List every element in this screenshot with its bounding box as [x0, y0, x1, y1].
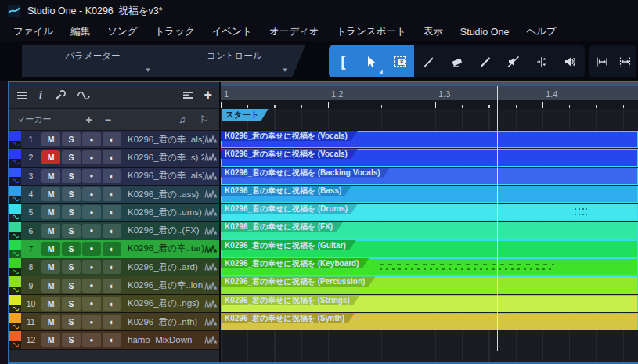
track-row[interactable]: 12 M S ● ◐ hamo_MixDown: [9, 331, 219, 348]
solo-button[interactable]: S: [62, 224, 81, 238]
parameter-dropdown[interactable]: パラメーター ▼: [22, 45, 164, 77]
track-color-swatch[interactable]: [9, 222, 21, 239]
loop-bar[interactable]: [221, 82, 638, 86]
playhead[interactable]: [497, 86, 498, 351]
solo-button[interactable]: S: [62, 205, 81, 219]
mute-button[interactable]: M: [41, 279, 60, 293]
automation-icon[interactable]: [9, 159, 21, 166]
timestretch-tool-icon[interactable]: [613, 45, 636, 77]
solo-button[interactable]: S: [62, 242, 81, 256]
monitor-button[interactable]: ◐: [103, 150, 121, 164]
track-name[interactable]: K0296_君の幸..ion): [128, 279, 204, 291]
monitor-button[interactable]: ◐: [103, 333, 121, 347]
track-color-swatch[interactable]: [9, 331, 21, 348]
track-color-swatch[interactable]: [9, 186, 21, 203]
record-arm-button[interactable]: ●: [82, 205, 101, 219]
clip-row[interactable]: K0296_君の幸せに祝福を (Synth): [221, 313, 638, 330]
track-row[interactable]: 4 M S ● ◐ K0296_君の..ass): [9, 186, 219, 203]
monitor-button[interactable]: ◐: [103, 187, 121, 201]
clip[interactable]: K0296_君の幸せに祝福を (Guitar): [221, 240, 638, 258]
mute-button[interactable]: M: [41, 297, 60, 311]
track-color-swatch[interactable]: [9, 149, 21, 166]
track-color-swatch[interactable]: [9, 240, 21, 258]
music-note-icon[interactable]: ♫: [178, 114, 186, 125]
clip-row[interactable]: K0296_君の幸せに祝福を (Keyboard): [221, 258, 638, 276]
solo-button[interactable]: S: [62, 260, 81, 274]
menu-item[interactable]: イベント: [204, 22, 261, 41]
menu-item[interactable]: トランスポート: [328, 22, 415, 41]
monitor-button[interactable]: ◐: [103, 297, 121, 311]
automation-icon[interactable]: [9, 232, 21, 239]
arrangement-empty-area[interactable]: [221, 349, 638, 362]
track-row[interactable]: 11 M S ● ◐ K0296_君の..nth): [9, 313, 219, 330]
record-arm-button[interactable]: ●: [82, 187, 101, 201]
clip[interactable]: K0296_君の幸せに祝福を (Strings): [221, 295, 638, 312]
clip-row[interactable]: K0296_君の幸せに祝福を (Drums): [221, 204, 638, 221]
track-name[interactable]: K0296_君の幸..tar): [128, 243, 204, 254]
track-row[interactable]: 2 M S ● ◐ K0296_君の幸..s) 2: [9, 149, 219, 166]
arrow-tool-icon[interactable]: [357, 45, 385, 77]
monitor-button[interactable]: ◐: [103, 224, 121, 238]
track-list-empty-area[interactable]: [9, 350, 219, 362]
mute-button[interactable]: M: [41, 205, 60, 219]
mute-button[interactable]: M: [41, 224, 60, 238]
clip[interactable]: K0296_君の幸せに祝福を (Vocals): [221, 149, 638, 166]
clip[interactable]: K0296_君の幸せに祝福を (Vocals): [221, 131, 638, 148]
record-arm-button[interactable]: ●: [82, 279, 101, 293]
monitor-button[interactable]: ◐: [103, 315, 121, 329]
remove-marker-button[interactable]: −: [105, 114, 111, 126]
clip-row[interactable]: K0296_君の幸せに祝福を (Strings): [221, 295, 638, 312]
track-color-swatch[interactable]: [9, 295, 21, 312]
timeline-ruler[interactable]: 11.21.31.4: [221, 82, 638, 109]
menu-item[interactable]: 編集: [62, 22, 99, 41]
monitor-button[interactable]: ◐: [103, 132, 121, 146]
chevron-down-icon[interactable]: ▼: [145, 67, 151, 74]
range-tool-icon[interactable]: ✕: [386, 45, 414, 77]
track-name[interactable]: K0296_君の..ngs): [128, 297, 204, 309]
clip-row[interactable]: K0296_君の幸せに祝福を (Percussion): [221, 276, 638, 294]
record-arm-button[interactable]: ●: [82, 333, 101, 347]
track-name[interactable]: K0296_君の..ard): [128, 261, 204, 273]
mute-button[interactable]: M: [41, 242, 60, 256]
track-name[interactable]: hamo_MixDown: [128, 335, 204, 344]
add-marker-button[interactable]: +: [86, 114, 92, 126]
inspector-icon[interactable]: i: [39, 89, 42, 102]
mute-button[interactable]: M: [41, 132, 60, 146]
clip[interactable]: K0296_君の幸せに祝福を (Percussion): [221, 276, 638, 294]
paint-tool-icon[interactable]: [470, 45, 499, 77]
automation-icon[interactable]: [9, 323, 21, 330]
automation-icon[interactable]: [9, 196, 21, 203]
control-dropdown[interactable]: コントロール ▼: [164, 45, 305, 77]
mute-button[interactable]: M: [41, 260, 60, 274]
track-color-swatch[interactable]: [9, 258, 21, 276]
track-color-swatch[interactable]: [9, 276, 21, 294]
track-row[interactable]: 10 M S ● ◐ K0296_君の..ngs): [9, 295, 219, 312]
track-row[interactable]: 5 M S ● ◐ K0296_君の..ums): [9, 204, 219, 221]
record-arm-button[interactable]: ●: [82, 150, 101, 164]
mute-tool-icon[interactable]: [499, 45, 528, 77]
tools-wrench-icon[interactable]: [53, 89, 66, 102]
marker-lane[interactable]: スタート: [221, 109, 638, 131]
track-row[interactable]: 6 M S ● ◐ K0296_君の..(FX): [9, 222, 219, 239]
track-row[interactable]: 8 M S ● ◐ K0296_君の..ard): [9, 258, 219, 276]
solo-button[interactable]: S: [62, 315, 81, 329]
split-tool-icon[interactable]: [414, 45, 442, 77]
add-track-button[interactable]: +: [204, 87, 212, 103]
monitor-button[interactable]: ◐: [103, 279, 121, 293]
solo-button[interactable]: S: [62, 297, 81, 311]
track-list-menu-icon[interactable]: [16, 91, 28, 100]
record-arm-button[interactable]: ●: [82, 297, 101, 311]
track-name[interactable]: K0296_君の幸..s) 2: [128, 152, 204, 164]
automation-icon[interactable]: [9, 305, 21, 312]
monitor-button[interactable]: ◐: [103, 242, 121, 256]
solo-button[interactable]: S: [62, 333, 81, 347]
automation-icon[interactable]: [9, 250, 21, 258]
clip-row[interactable]: K0296_君の幸せに祝福を (FX): [221, 222, 638, 239]
record-arm-button[interactable]: ●: [82, 260, 101, 274]
menu-item[interactable]: ソング: [99, 22, 146, 41]
clip-row[interactable]: K0296_君の幸せに祝福を (Guitar): [221, 240, 638, 258]
clip-row[interactable]: [221, 331, 638, 348]
automation-icon[interactable]: [9, 177, 21, 184]
clip[interactable]: K0296_君の幸せに祝福を (Drums): [221, 204, 638, 221]
marker-flag-icon[interactable]: ⚐: [200, 114, 209, 125]
